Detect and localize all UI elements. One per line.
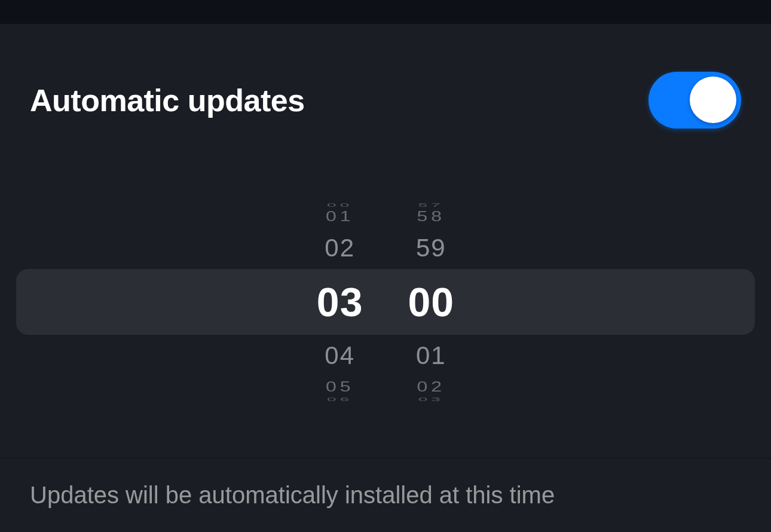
minute-selected: 00 [408,269,455,335]
minute-option: 57 [418,203,444,206]
header-row: Automatic updates [30,54,741,129]
minute-picker[interactable]: 57 58 59 00 01 02 03 [408,173,455,430]
footer-panel: Updates will be automatically installed … [0,458,771,532]
picker-columns: 00 01 02 03 04 05 06 57 58 59 00 01 02 0… [317,173,454,430]
minute-option: 03 [418,398,444,400]
hour-option: 00 [327,203,353,206]
hour-option: 01 [326,209,354,224]
minute-option: 02 [417,379,446,395]
hour-selected: 03 [317,269,363,335]
toggle-knob [690,77,736,123]
time-picker: 00 01 02 03 04 05 06 57 58 59 00 01 02 0… [0,173,771,430]
minute-option: 59 [416,227,446,269]
minute-option: 58 [417,209,446,224]
hour-option: 06 [327,398,353,400]
page-title: Automatic updates [30,82,305,118]
minute-option: 01 [416,335,446,377]
top-bar [0,0,771,24]
automatic-updates-toggle[interactable] [648,72,741,129]
footer-description: Updates will be automatically installed … [30,482,555,509]
hour-option: 04 [325,335,355,377]
hour-picker[interactable]: 00 01 02 03 04 05 06 [317,173,363,430]
settings-panel: Automatic updates 00 01 02 03 04 05 06 5… [0,24,771,458]
hour-option: 05 [326,379,354,395]
hour-option: 02 [325,227,355,269]
